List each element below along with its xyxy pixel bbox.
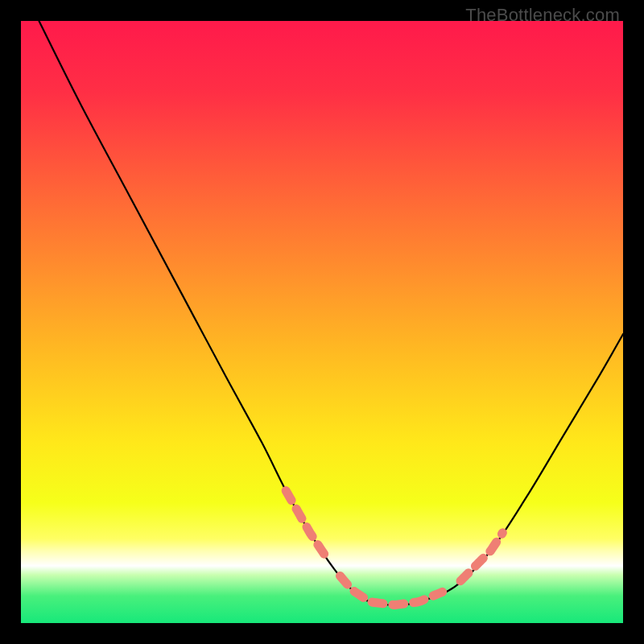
bottleneck-chart bbox=[21, 21, 623, 623]
gradient-background bbox=[21, 21, 623, 623]
chart-frame bbox=[21, 21, 623, 623]
watermark-label: TheBottleneck.com bbox=[465, 5, 620, 26]
